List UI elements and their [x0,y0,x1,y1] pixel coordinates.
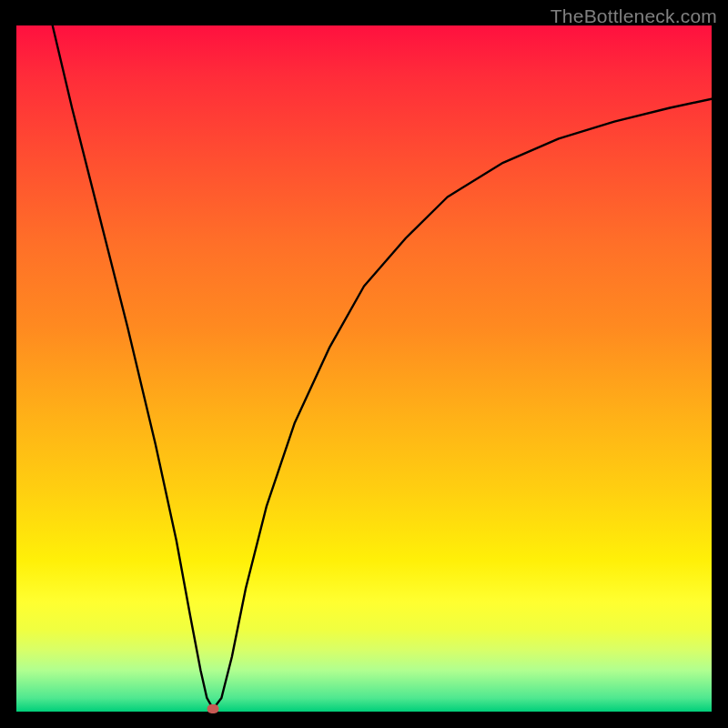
watermark-text: TheBottleneck.com [551,5,717,27]
minimum-marker [207,704,219,713]
chart-plot-area [16,25,712,712]
